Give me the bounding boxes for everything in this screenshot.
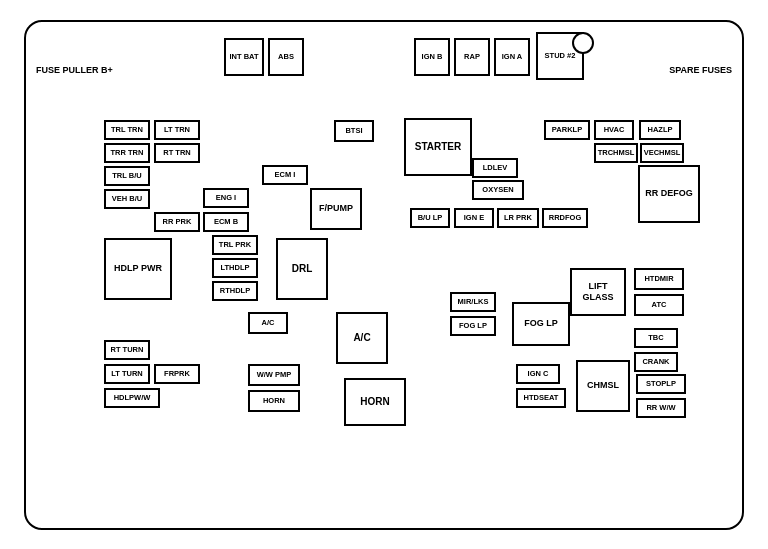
- fuse-crank: CRANK: [634, 352, 678, 372]
- fuse-eng-i: ENG I: [203, 188, 249, 208]
- fuse-vechmsl: VECHMSL: [640, 143, 684, 163]
- fuse-ign-a: IGN A: [494, 38, 530, 76]
- fuse-int-bat: INT BAT: [224, 38, 264, 76]
- fuse-drl: DRL: [276, 238, 328, 300]
- fuse-trl-bu: TRL B/U: [104, 166, 150, 186]
- fuse-f-pump: F/PUMP: [310, 188, 362, 230]
- fuse-rt-trn: RT TRN: [154, 143, 200, 163]
- fuse-htdmir: HTDMIR: [634, 268, 684, 290]
- fuse-ecm-b: ECM B: [203, 212, 249, 232]
- fuse-rthdlp: RTHDLP: [212, 281, 258, 301]
- fuse-trl-prk: TRL PRK: [212, 235, 258, 255]
- fuse-ign-e: IGN E: [454, 208, 494, 228]
- fuse-veh-bu: VEH B/U: [104, 189, 150, 209]
- fuse-ac1: A/C: [248, 312, 288, 334]
- stud-circle: [572, 32, 594, 54]
- fuse-parklp: PARKLP: [544, 120, 590, 140]
- fuse-lt-turn: LT TURN: [104, 364, 150, 384]
- fuse-rr-prk: RR PRK: [154, 212, 200, 232]
- fuse-fog-lp1: FOG LP: [450, 316, 496, 336]
- fuse-tbc: TBC: [634, 328, 678, 348]
- fuse-lr-prk: LR PRK: [497, 208, 539, 228]
- fuse-lt-trn: LT TRN: [154, 120, 200, 140]
- fuse-trr-trn: TRR TRN: [104, 143, 150, 163]
- fuse-ign-b: IGN B: [414, 38, 450, 76]
- fuse-fog-lp2: FOG LP: [512, 302, 570, 346]
- fuse-atc: ATC: [634, 294, 684, 316]
- fuse-abs: ABS: [268, 38, 304, 76]
- fuse-ac2: A/C: [336, 312, 388, 364]
- fuse-horn2: HORN: [344, 378, 406, 426]
- fuse-ecm-i: ECM I: [262, 165, 308, 185]
- fuse-ign-c: IGN C: [516, 364, 560, 384]
- fuse-rt-turn: RT TURN: [104, 340, 150, 360]
- fuse-hazlp: HAZLP: [639, 120, 681, 140]
- fuse-oxysen: OXYSEN: [472, 180, 524, 200]
- fuse-hdlp-pwr: HDLP PWR: [104, 238, 172, 300]
- fuse-puller-label: FUSE PULLER B+: [36, 65, 113, 76]
- fuse-trl-trn: TRL TRN: [104, 120, 150, 140]
- spare-fuses-label: SPARE FUSES: [669, 65, 732, 76]
- fuse-rr-ww: RR W/W: [636, 398, 686, 418]
- fuse-horn1: HORN: [248, 390, 300, 412]
- fuse-htdseat: HTDSEAT: [516, 388, 566, 408]
- fuse-starter: STARTER: [404, 118, 472, 176]
- fuse-lthdlp: LTHDLP: [212, 258, 258, 278]
- fuse-trchmsl: TRCHMSL: [594, 143, 638, 163]
- fuse-ww-pmp: W/W PMP: [248, 364, 300, 386]
- fuse-rrdfog: RRDFOG: [542, 208, 588, 228]
- fuse-btsi: BTSI: [334, 120, 374, 142]
- fuse-rap: RAP: [454, 38, 490, 76]
- fuse-bu-lp: B/U LP: [410, 208, 450, 228]
- fuse-chmsl: CHMSL: [576, 360, 630, 412]
- fuse-hdlpww: HDLPW/W: [104, 388, 160, 408]
- fuse-frprk: FRPRK: [154, 364, 200, 384]
- fuse-mir-lks: MIR/LKS: [450, 292, 496, 312]
- fuse-hvac: HVAC: [594, 120, 634, 140]
- fuse-stoplp: STOPLP: [636, 374, 686, 394]
- fuse-diagram: FUSE PULLER B+ SPARE FUSES INT BAT ABS I…: [14, 10, 754, 540]
- fuse-rr-defog: RR DEFOG: [638, 165, 700, 223]
- fuse-ldlev: LDLEV: [472, 158, 518, 178]
- fuse-lift-glass: LIFT GLASS: [570, 268, 626, 316]
